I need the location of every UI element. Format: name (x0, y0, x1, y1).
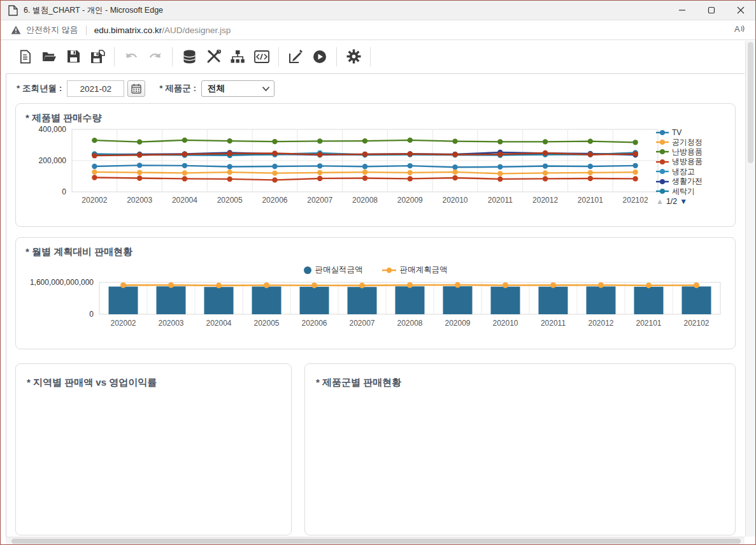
x-axis-tick: 202011 (541, 319, 566, 328)
source-code-button[interactable] (250, 45, 274, 69)
close-button[interactable] (726, 1, 755, 20)
save-button[interactable] (61, 45, 85, 69)
calendar-button[interactable] (127, 80, 145, 97)
legend-item[interactable]: 판매계획금액 (382, 265, 448, 275)
code-icon (254, 50, 269, 63)
edit-pencil-icon (289, 50, 303, 64)
legend-label: 판매계획금액 (400, 265, 448, 275)
data-point (182, 176, 187, 181)
bar (491, 287, 520, 314)
redo-button[interactable] (143, 45, 168, 69)
redo-icon (148, 51, 162, 62)
toolbar-divider (278, 47, 279, 66)
read-aloud-icon[interactable]: A (733, 24, 745, 36)
legend-item[interactable]: 판매실적금액 (304, 265, 363, 275)
monthly-plan-title: * 월별 계획대비 판매현황 (16, 238, 735, 258)
legend-pager: ▲ 1/2 ▼ (656, 197, 729, 206)
data-point (227, 170, 232, 175)
x-axis-tick: 202003 (127, 196, 152, 205)
horizontal-scrollbar[interactable] (6, 537, 745, 544)
build-tools-button[interactable] (201, 45, 225, 69)
legend-page-down[interactable]: ▼ (680, 197, 687, 206)
minimize-button[interactable] (667, 1, 697, 20)
data-point (452, 175, 457, 180)
new-document-button[interactable] (13, 45, 37, 69)
data-point (311, 282, 317, 288)
save-as-button[interactable] (85, 45, 110, 69)
data-point (272, 150, 277, 156)
designer-canvas: * 조회년월 : * 제품군 : 전체 (6, 73, 745, 537)
bar (396, 286, 425, 314)
data-point (598, 282, 604, 288)
legend-item[interactable]: TV (656, 127, 729, 137)
data-point (543, 150, 548, 156)
data-point (227, 164, 232, 169)
data-point (497, 177, 503, 182)
save-icon (67, 50, 80, 63)
bar (587, 286, 616, 314)
sitemap-button[interactable] (225, 45, 250, 69)
data-point (317, 138, 322, 143)
calendar-icon (131, 84, 141, 94)
legend-item[interactable]: 생활가전 (656, 177, 729, 186)
data-point (92, 153, 97, 158)
run-button[interactable] (308, 45, 332, 69)
toolbar-divider (336, 47, 337, 66)
legend-item[interactable]: 세탁기 (656, 186, 729, 196)
legend-marker (656, 159, 669, 165)
data-point (408, 163, 413, 168)
title-bar: 6. 별첨_CHART - 개인 - Microsoft Edge (1, 1, 755, 20)
svg-text:A: A (734, 24, 740, 34)
region-sales-title: * 지역별 판매액 vs 영업이익률 (16, 364, 291, 389)
bottom-panels: * 지역별 판매액 vs 영업이익률 * 제품군별 판매현황 (15, 363, 736, 535)
monthly-plan-panel: * 월별 계획대비 판매현황 판매실적금액판매계획금액 1,600,000,00… (15, 237, 736, 349)
designer-toolbar (1, 40, 755, 73)
date-input[interactable] (67, 80, 124, 97)
x-axis-tick: 202010 (492, 319, 518, 328)
url-host: edu.bimatrix.co.kr (94, 25, 162, 35)
url-text[interactable]: edu.bimatrix.co.kr/AUD/designer.jsp (94, 25, 231, 35)
data-point (92, 164, 97, 169)
data-point (137, 163, 142, 168)
maximize-button[interactable] (697, 1, 726, 20)
horizontal-scrollbar-thumb[interactable] (11, 539, 741, 544)
data-point (362, 152, 367, 157)
data-point (407, 282, 413, 288)
open-file-button[interactable] (37, 45, 61, 69)
data-point (408, 176, 413, 181)
product-group-select[interactable]: 전체 (201, 80, 275, 97)
x-axis-tick: 202009 (397, 196, 423, 205)
legend-page-up[interactable]: ▲ (656, 197, 664, 206)
x-axis-tick: 202003 (158, 319, 183, 328)
settings-button[interactable] (341, 45, 366, 69)
not-secure-warning-icon (11, 25, 21, 34)
x-axis-tick: 202011 (488, 196, 513, 205)
x-axis-tick: 202002 (82, 196, 107, 205)
play-icon (313, 50, 327, 64)
data-point (227, 151, 232, 156)
database-button[interactable] (177, 45, 201, 69)
data-point (503, 282, 508, 288)
undo-button[interactable] (119, 45, 143, 69)
y-axis-tick: 1,600,000,000,000 (30, 278, 94, 287)
data-point (543, 176, 548, 181)
data-point (362, 170, 367, 175)
legend-item[interactable]: 난방용품 (656, 147, 729, 157)
data-point (182, 170, 187, 175)
legend-item[interactable]: 냉장고 (656, 167, 729, 177)
data-point (272, 164, 277, 169)
x-axis-tick: 202006 (262, 196, 287, 205)
edit-button[interactable] (283, 45, 308, 69)
monthly-plan-chart: 1,600,000,000,00002020022020032020042020… (20, 277, 727, 333)
product-sales-panel: * 제품별 판매수량 400,000200,000020200220200320… (15, 103, 736, 227)
legend-item[interactable]: 냉방용품 (656, 157, 729, 166)
toolbar-divider (370, 47, 371, 66)
vertical-scrollbar[interactable] (745, 41, 755, 537)
chart-legend: TV공기청정난방용품냉방용품냉장고생활가전세탁기 ▲ 1/2 ▼ (656, 127, 729, 206)
data-point (227, 177, 232, 182)
legend-page-indicator: 1/2 (666, 197, 677, 206)
security-status[interactable]: 안전하지 않음 (26, 24, 78, 36)
vertical-scrollbar-thumb[interactable] (748, 42, 753, 163)
legend-item[interactable]: 공기청정 (656, 137, 729, 147)
legend-marker (304, 266, 311, 274)
